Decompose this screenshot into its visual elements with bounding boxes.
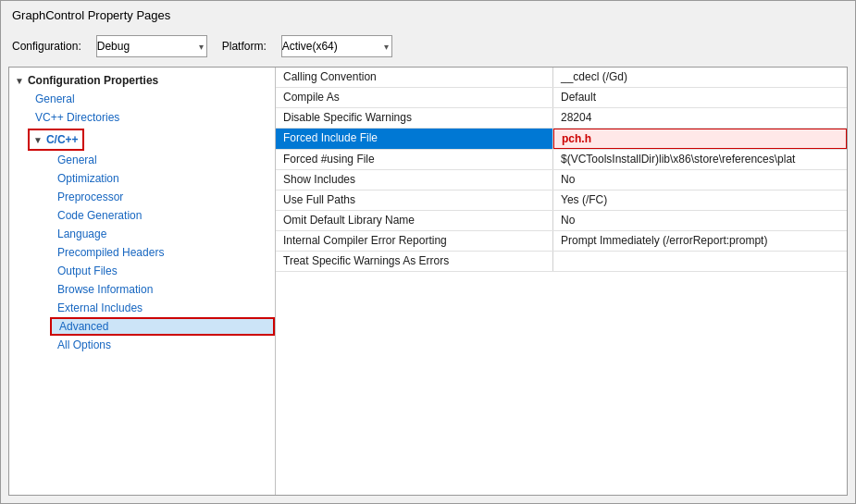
properties-panel: Calling Convention __cdecl (/Gd) Compile…: [276, 68, 847, 495]
prop-value-forced-include: pch.h: [553, 129, 847, 149]
sidebar-item-language[interactable]: Language: [50, 225, 275, 243]
main-content: ▼ Configuration Properties General VC++ …: [8, 67, 848, 496]
cpp-section-container: ▼ C/C++ General Optimization Preprocesso…: [28, 129, 275, 354]
prop-name-omit-library: Omit Default Library Name: [276, 211, 553, 230]
table-row[interactable]: Show Includes No: [276, 170, 847, 191]
prop-name-disable-warnings: Disable Specific Warnings: [276, 108, 553, 128]
properties-table: Calling Convention __cdecl (/Gd) Compile…: [276, 68, 847, 272]
table-row[interactable]: Disable Specific Warnings 28204: [276, 108, 847, 129]
table-row[interactable]: Internal Compiler Error Reporting Prompt…: [276, 231, 847, 252]
prop-value-omit-library: No: [553, 211, 847, 230]
table-row-forced-include[interactable]: Forced Include File pch.h: [276, 129, 847, 150]
prop-value-use-full-paths: Yes (/FC): [553, 191, 847, 210]
title-bar: GraphControl Property Pages: [1, 1, 855, 30]
prop-name-forced-using: Forced #using File: [276, 150, 553, 169]
main-window: GraphControl Property Pages Configuratio…: [0, 0, 856, 504]
sidebar-tree: ▼ Configuration Properties General VC++ …: [9, 68, 276, 495]
sidebar-item-code-generation[interactable]: Code Generation: [50, 206, 275, 225]
sidebar-item-general[interactable]: General: [28, 90, 275, 108]
config-properties-children: General VC++ Directories ▼ C/C++ General…: [9, 90, 275, 354]
prop-value-forced-using: $(VCToolsInstallDir)lib\x86\store\refere…: [553, 150, 847, 169]
window-title: GraphControl Property Pages: [12, 8, 170, 22]
prop-name-use-full-paths: Use Full Paths: [276, 191, 553, 210]
sidebar-item-precompiled-headers[interactable]: Precompiled Headers: [50, 243, 275, 262]
table-row[interactable]: Use Full Paths Yes (/FC): [276, 191, 847, 211]
sidebar-item-preprocessor[interactable]: Preprocessor: [50, 188, 275, 206]
sidebar-item-output-files[interactable]: Output Files: [50, 262, 275, 280]
configuration-select[interactable]: Debug Release All Configurations: [96, 35, 207, 57]
sidebar-item-optimization[interactable]: Optimization: [50, 169, 275, 188]
sidebar-item-config-properties[interactable]: ▼ Configuration Properties: [9, 71, 275, 90]
prop-name-compiler-error: Internal Compiler Error Reporting: [276, 231, 553, 251]
cpp-children: General Optimization Preprocessor Code G…: [28, 151, 275, 354]
prop-value-disable-warnings: 28204: [553, 108, 847, 128]
expand-triangle: ▼: [15, 76, 24, 86]
sidebar-item-cpp-general[interactable]: General: [50, 151, 275, 169]
prop-value-compile-as: Default: [553, 88, 847, 107]
prop-name-calling-convention: Calling Convention: [276, 68, 553, 87]
prop-name-treat-warnings: Treat Specific Warnings As Errors: [276, 252, 553, 271]
cpp-triangle: ▼: [33, 135, 43, 145]
prop-name-forced-include: Forced Include File: [276, 129, 553, 149]
table-row[interactable]: Treat Specific Warnings As Errors: [276, 252, 847, 272]
sidebar-item-advanced[interactable]: Advanced: [50, 317, 275, 336]
configuration-label: Configuration:: [12, 40, 81, 53]
configuration-select-wrapper: Debug Release All Configurations: [96, 35, 207, 57]
prop-value-show-includes: No: [553, 170, 847, 190]
config-properties-label: Configuration Properties: [28, 74, 158, 87]
prop-name-compile-as: Compile As: [276, 88, 553, 107]
table-row[interactable]: Forced #using File $(VCToolsInstallDir)l…: [276, 150, 847, 170]
sidebar-item-vc-directories[interactable]: VC++ Directories: [28, 108, 275, 127]
sidebar-item-external-includes[interactable]: External Includes: [50, 299, 275, 317]
platform-select-wrapper: Active(x64) Win32 x64: [281, 35, 392, 57]
prop-value-compiler-error: Prompt Immediately (/errorReport:prompt): [553, 231, 847, 251]
prop-name-show-includes: Show Includes: [276, 170, 553, 190]
config-row: Configuration: Debug Release All Configu…: [1, 30, 855, 63]
sidebar-item-all-options[interactable]: All Options: [50, 336, 275, 354]
sidebar-item-browse-information[interactable]: Browse Information: [50, 280, 275, 299]
table-row[interactable]: Calling Convention __cdecl (/Gd): [276, 68, 847, 88]
prop-value-calling-convention: __cdecl (/Gd): [553, 68, 847, 87]
platform-label: Platform:: [222, 40, 267, 53]
table-row[interactable]: Omit Default Library Name No: [276, 211, 847, 231]
table-row[interactable]: Compile As Default: [276, 88, 847, 108]
prop-value-treat-warnings: [553, 252, 847, 271]
platform-select[interactable]: Active(x64) Win32 x64: [281, 35, 392, 57]
sidebar-item-cpp[interactable]: ▼ C/C++: [28, 129, 84, 151]
